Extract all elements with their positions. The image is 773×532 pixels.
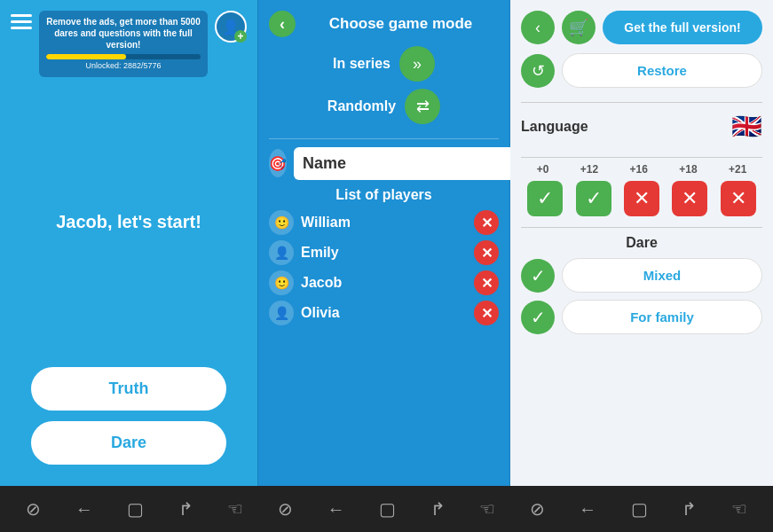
- dare-button[interactable]: Dare: [31, 421, 226, 465]
- dare-mixed-check[interactable]: ✓: [521, 259, 555, 293]
- middle-title: Choose game mode: [303, 15, 499, 33]
- avatar: 👤: [269, 301, 294, 325]
- bottom-nav: ⊘ ← ▢ ↱ ☜ ⊘ ← ▢ ↱ ☜ ⊘ ← ▢ ↱ ☜: [0, 486, 773, 532]
- nav-icon-6[interactable]: ⊘: [278, 498, 293, 520]
- age-badge-12: +12: [580, 163, 598, 176]
- dare-section-label: Dare: [521, 235, 762, 251]
- nav-icon-13[interactable]: ▢: [631, 498, 648, 520]
- divider: [269, 138, 499, 139]
- language-label: Language: [521, 119, 588, 135]
- nav-icon-8[interactable]: ▢: [379, 498, 396, 520]
- randomly-row: Randomly ⇄: [269, 89, 499, 124]
- dare-family-row: ✓ For family: [521, 300, 762, 334]
- right-top-row: ‹ 🛒 Get the full version!: [521, 11, 762, 44]
- list-label: List of players: [269, 187, 499, 203]
- player-name: Emily: [301, 245, 467, 261]
- nav-icon-3[interactable]: ▢: [127, 498, 144, 520]
- table-row: 👤 Emily ✕: [269, 240, 499, 265]
- nav-icon-9[interactable]: ↱: [430, 498, 446, 520]
- check-0[interactable]: ✓: [527, 181, 563, 216]
- name-input[interactable]: [294, 147, 517, 180]
- restore-icon-button[interactable]: ↺: [521, 54, 555, 88]
- add-player-row: 🎯 +: [269, 146, 499, 180]
- language-row: Language 🇬🇧: [521, 108, 762, 145]
- remove-emily-button[interactable]: ✕: [474, 240, 499, 265]
- menu-icon[interactable]: [11, 11, 32, 29]
- uk-flag-icon[interactable]: 🇬🇧: [731, 112, 762, 141]
- promo-box: Remove the ads, get more than 5000 dares…: [39, 11, 208, 77]
- avatar: 🙂: [269, 270, 294, 295]
- promo-bar-bg: [46, 54, 201, 59]
- player-list: 🙂 William ✕ 👤 Emily ✕ 🙂 Jacob ✕ 👤 Olivia…: [269, 210, 499, 325]
- dare-family-button[interactable]: For family: [562, 300, 762, 334]
- age-badge-21: +21: [729, 163, 746, 176]
- dare-mixed-button[interactable]: Mixed: [562, 258, 762, 293]
- promo-bar-fill: [46, 54, 126, 59]
- in-series-button[interactable]: »: [399, 46, 435, 82]
- age-badge-16: +16: [629, 163, 647, 176]
- age-ratings-row: +0 +12 +16 +18 +21: [521, 163, 762, 176]
- right-divider3: [521, 227, 762, 228]
- player-name: Jacob: [301, 275, 467, 291]
- nav-icon-11[interactable]: ⊘: [530, 498, 545, 520]
- nav-icon-2[interactable]: ←: [75, 499, 93, 520]
- nav-icon-4[interactable]: ↱: [178, 498, 193, 520]
- check-16[interactable]: ✕: [624, 181, 659, 216]
- nav-icon-10[interactable]: ☜: [479, 498, 495, 520]
- player-icon-circle: 🎯: [269, 149, 287, 177]
- middle-panel: ‹ Choose game mode In series » Randomly …: [257, 0, 510, 486]
- randomly-button[interactable]: ⇄: [405, 89, 440, 124]
- left-top-bar: Remove the ads, get more than 5000 dares…: [11, 11, 247, 77]
- randomly-label: Randomly: [327, 98, 396, 114]
- welcome-text: Jacob, let's start!: [56, 212, 201, 232]
- remove-olivia-button[interactable]: ✕: [474, 301, 499, 325]
- check-21[interactable]: ✕: [721, 181, 756, 216]
- nav-icon-15[interactable]: ☜: [731, 498, 747, 520]
- cart-button[interactable]: 🛒: [562, 11, 596, 44]
- player-name: William: [301, 215, 467, 231]
- player-name: Olivia: [301, 305, 467, 321]
- right-back-button[interactable]: ‹: [521, 11, 555, 44]
- checkmarks-row: ✓ ✓ ✕ ✕ ✕: [521, 181, 762, 216]
- avatar: 👤: [269, 240, 294, 265]
- table-row: 👤 Olivia ✕: [269, 301, 499, 325]
- remove-william-button[interactable]: ✕: [474, 210, 499, 235]
- truth-button[interactable]: Truth: [31, 367, 226, 411]
- right-divider: [521, 102, 762, 103]
- check-12[interactable]: ✓: [576, 181, 611, 216]
- restore-row: ↺ Restore: [521, 53, 762, 88]
- nav-icon-14[interactable]: ↱: [682, 498, 697, 520]
- nav-icon-1[interactable]: ⊘: [26, 498, 41, 520]
- remove-jacob-button[interactable]: ✕: [474, 270, 499, 295]
- right-divider2: [521, 157, 762, 158]
- table-row: 🙂 Jacob ✕: [269, 270, 499, 295]
- nav-icon-5[interactable]: ☜: [227, 498, 243, 520]
- dare-mixed-row: ✓ Mixed: [521, 258, 762, 293]
- restore-button[interactable]: Restore: [562, 53, 762, 88]
- age-badge-0: +0: [537, 163, 549, 176]
- promo-unlocked: Unlocked: 2882/5776: [46, 61, 201, 72]
- dare-family-check[interactable]: ✓: [521, 301, 555, 334]
- check-18[interactable]: ✕: [672, 181, 707, 216]
- right-panel: ‹ 🛒 Get the full version! ↺ Restore Lang…: [510, 0, 773, 486]
- back-button[interactable]: ‹: [269, 11, 296, 37]
- in-series-label: In series: [333, 56, 390, 72]
- in-series-row: In series »: [269, 46, 499, 82]
- get-full-version-button[interactable]: Get the full version!: [603, 11, 762, 44]
- nav-icon-7[interactable]: ←: [327, 499, 344, 520]
- add-user-button[interactable]: 👤 +: [215, 11, 247, 43]
- plus-badge: +: [234, 30, 247, 43]
- promo-title: Remove the ads, get more than 5000 dares…: [46, 16, 201, 51]
- left-panel: Remove the ads, get more than 5000 dares…: [0, 0, 257, 486]
- nav-icon-12[interactable]: ←: [579, 499, 596, 520]
- age-badge-18: +18: [679, 163, 697, 176]
- middle-header: ‹ Choose game mode: [269, 11, 499, 37]
- table-row: 🙂 William ✕: [269, 210, 499, 235]
- avatar: 🙂: [269, 210, 294, 235]
